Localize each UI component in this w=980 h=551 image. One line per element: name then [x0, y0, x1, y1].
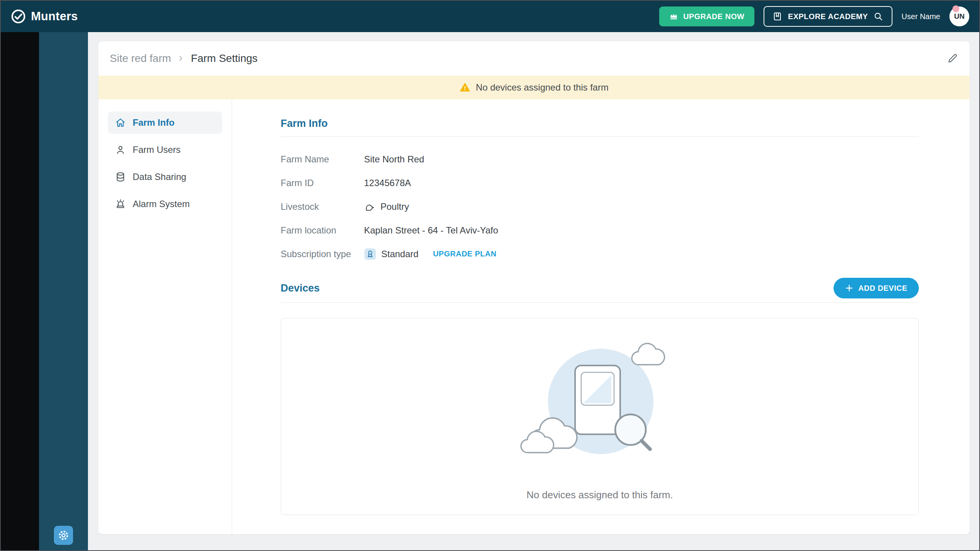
- field-row-subscription: Subscription type: [281, 248, 919, 260]
- edit-farm-button[interactable]: [947, 53, 958, 64]
- field-value: 12345678A: [364, 178, 411, 188]
- page-title: Farm Settings: [191, 52, 257, 65]
- farm-info-fields: Farm Name Site North Red Farm ID 1234567…: [281, 153, 919, 260]
- explore-academy-button[interactable]: EXPLORE ACADEMY: [764, 6, 892, 27]
- settings-panel: Farm Info Farm Users: [98, 99, 970, 534]
- app-window: Munters UPGRADE NOW: [0, 0, 980, 551]
- field-label: Livestock: [281, 201, 364, 212]
- field-value: Kaplan Street - 64 - Tel Aviv-Yafo: [364, 225, 498, 236]
- field-label: Farm location: [281, 225, 364, 236]
- field-row-livestock: Livestock Poultry: [281, 200, 919, 213]
- breadcrumb-parent[interactable]: Site red farm: [110, 52, 171, 65]
- brand-name: Munters: [31, 10, 78, 23]
- breadcrumb: Site red farm Farm Settings: [98, 41, 970, 76]
- topbar-actions: UPGRADE NOW EXPLORE ACADEMY Use: [659, 6, 969, 27]
- field-row-farm-location: Farm location Kaplan Street - 64 - Tel A…: [281, 224, 919, 237]
- warning-icon: [460, 82, 470, 93]
- upgrade-now-label: UPGRADE NOW: [683, 12, 744, 21]
- sidebar-item-data-sharing[interactable]: Data Sharing: [108, 166, 222, 188]
- subscription-badge-icon: [364, 248, 376, 260]
- collapsed-menu-strip: [1, 32, 39, 550]
- plus-icon: [845, 284, 853, 292]
- livestock-value: Poultry: [380, 201, 409, 212]
- sidebar-item-farm-users[interactable]: Farm Users: [108, 139, 222, 161]
- pencil-icon: [947, 53, 958, 64]
- subscription-value: Standard: [381, 249, 418, 259]
- field-row-farm-name: Farm Name Site North Red: [281, 153, 919, 165]
- topbar: Munters UPGRADE NOW: [1, 1, 979, 32]
- book-icon: [773, 11, 783, 21]
- field-label: Subscription type: [281, 249, 364, 259]
- settings-nav: Farm Info Farm Users: [98, 99, 232, 534]
- alarm-icon: [115, 198, 126, 210]
- database-icon: [115, 171, 126, 183]
- body-row: Site red farm Farm Settings: [1, 32, 979, 550]
- avatar-notification-dot: [952, 5, 959, 12]
- empty-state-text: No devices assigned to this farm.: [527, 489, 673, 501]
- divider: [281, 136, 919, 137]
- field-value: Standard: [364, 248, 418, 260]
- add-device-button[interactable]: ADD DEVICE: [834, 278, 919, 298]
- sidebar-item-farm-info[interactable]: Farm Info: [108, 112, 222, 134]
- crown-icon: [669, 12, 678, 21]
- chevron-right-icon: [178, 55, 184, 62]
- farm-settings-card: Site red farm Farm Settings: [98, 41, 970, 534]
- user-name-label: User Name: [902, 12, 940, 21]
- field-row-farm-id: Farm ID 12345678A: [281, 177, 919, 189]
- explore-academy-label: EXPLORE ACADEMY: [788, 12, 868, 21]
- sidebar-item-label: Farm Info: [133, 117, 174, 128]
- bird-icon: [364, 201, 375, 212]
- warning-text: No devices assigned to this farm: [476, 82, 609, 93]
- gear-icon: [58, 530, 69, 541]
- upgrade-now-button[interactable]: UPGRADE NOW: [659, 6, 754, 26]
- search-icon: [873, 11, 883, 21]
- farm-info-title: Farm Info: [281, 118, 919, 130]
- upgrade-plan-link[interactable]: UPGRADE PLAN: [433, 250, 496, 258]
- sidebar-item-label: Farm Users: [133, 144, 180, 155]
- avatar-initials: UN: [954, 12, 964, 21]
- field-value: Poultry: [364, 201, 409, 212]
- munters-logo-icon: [11, 9, 26, 24]
- sidebar-item-label: Data Sharing: [133, 172, 186, 182]
- add-device-label: ADD DEVICE: [858, 284, 907, 293]
- left-rail: [39, 32, 88, 550]
- user-icon: [115, 144, 126, 156]
- sidebar-item-label: Alarm System: [133, 199, 190, 209]
- brand-logo[interactable]: Munters: [11, 9, 78, 24]
- home-icon: [115, 117, 126, 128]
- sidebar-item-alarm-system[interactable]: Alarm System: [108, 193, 222, 215]
- field-label: Farm Name: [281, 154, 364, 165]
- field-label: Farm ID: [281, 178, 364, 188]
- warning-banner: No devices assigned to this farm: [98, 76, 970, 99]
- settings-gear-button[interactable]: [54, 526, 73, 545]
- devices-header: Devices ADD DEVICE: [281, 278, 919, 298]
- devices-empty-state: No devices assigned to this farm.: [281, 318, 919, 515]
- main-area: Site red farm Farm Settings: [88, 32, 979, 550]
- settings-main: Farm Info Farm Name Site North Red Farm …: [232, 99, 970, 534]
- divider: [281, 302, 919, 303]
- field-value: Site North Red: [364, 154, 424, 165]
- devices-title: Devices: [281, 282, 320, 294]
- avatar[interactable]: UN: [949, 6, 969, 26]
- no-devices-illustration: [516, 331, 684, 465]
